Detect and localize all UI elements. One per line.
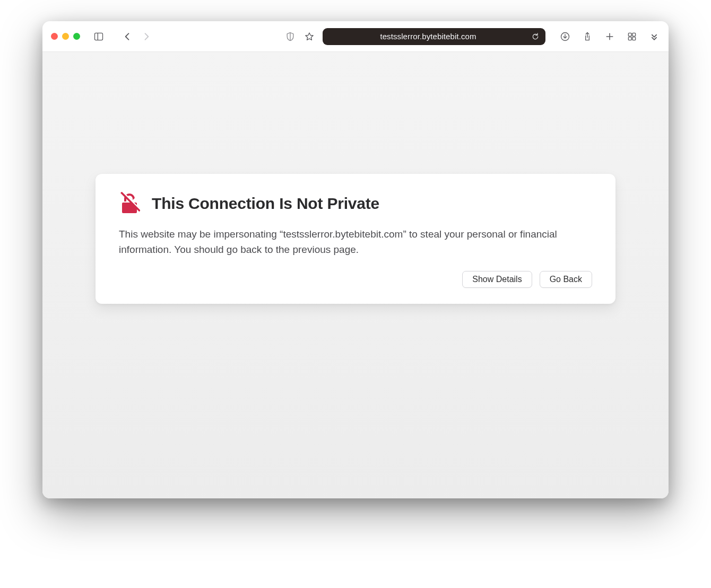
browser-toolbar: testsslerror.bytebitebit.com <box>42 21 669 52</box>
privacy-shield-icon[interactable] <box>284 31 296 42</box>
window-controls <box>51 33 80 40</box>
sidebar-toggle-icon[interactable] <box>93 31 105 42</box>
ssl-error-header: This Connection Is Not Private <box>119 192 592 215</box>
toolbar-right-group <box>559 31 660 42</box>
address-bar-text: testsslerror.bytebitebit.com <box>380 32 476 41</box>
ssl-error-panel: This Connection Is Not Private This webs… <box>96 174 615 304</box>
new-tab-icon[interactable] <box>604 31 615 42</box>
maximize-window-button[interactable] <box>73 33 80 40</box>
reload-icon[interactable] <box>531 32 540 41</box>
svg-rect-8 <box>628 33 631 36</box>
svg-rect-9 <box>632 33 636 36</box>
bookmark-star-icon[interactable] <box>304 31 315 42</box>
insecure-lock-icon <box>119 192 140 215</box>
svg-rect-0 <box>95 33 103 40</box>
ssl-error-title: This Connection Is Not Private <box>152 195 379 213</box>
share-icon[interactable] <box>582 31 593 42</box>
show-details-button[interactable]: Show Details <box>462 271 532 288</box>
back-button-icon[interactable] <box>122 31 133 42</box>
overflow-menu-icon[interactable] <box>648 31 660 42</box>
ssl-error-actions: Show Details Go Back <box>119 271 592 288</box>
ssl-error-body: This website may be impersonating “tests… <box>119 227 592 257</box>
svg-rect-11 <box>632 37 636 40</box>
svg-rect-10 <box>628 37 631 40</box>
go-back-button[interactable]: Go Back <box>540 271 592 288</box>
minimize-window-button[interactable] <box>62 33 69 40</box>
browser-window: testsslerror.bytebitebit.com <box>42 21 669 498</box>
forward-button-icon[interactable] <box>141 31 152 42</box>
close-window-button[interactable] <box>51 33 58 40</box>
downloads-icon[interactable] <box>559 31 571 42</box>
tab-overview-icon[interactable] <box>626 31 638 42</box>
page-content: This Connection Is Not Private This webs… <box>42 52 669 498</box>
address-bar[interactable]: testsslerror.bytebitebit.com <box>323 28 545 45</box>
